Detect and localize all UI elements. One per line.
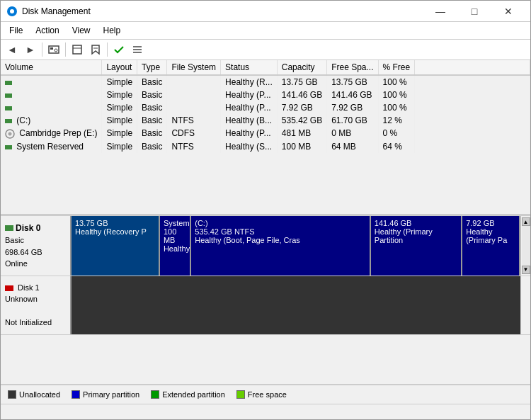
table-row[interactable]: Cambridge Prep (E:) Simple Basic CDFS He… bbox=[1, 127, 530, 140]
title-controls: — □ ✕ bbox=[424, 1, 525, 22]
scroll-up-btn[interactable]: ▲ bbox=[522, 217, 530, 226]
disk1-label: Disk 1 Unknown Not Initialized bbox=[1, 276, 72, 334]
col-pctfree[interactable]: % Free bbox=[378, 60, 415, 75]
volume-table: Volume Layout Type File System Status Ca… bbox=[1, 60, 530, 153]
disk0-label: Disk 0 Basic 698.64 GB Online bbox=[1, 216, 72, 276]
menu-view[interactable]: View bbox=[67, 23, 96, 38]
disk0-primary2-partition[interactable]: 7.92 GB Healthy (Primary Pa bbox=[462, 216, 520, 276]
col-capacity[interactable]: Capacity bbox=[277, 60, 326, 75]
disk0-c-partition[interactable]: (C:) 535.42 GB NTFS Healthy (Boot, Page … bbox=[191, 216, 371, 276]
cell-capacity: 481 MB bbox=[277, 127, 326, 140]
partition-header: System bbox=[164, 219, 186, 227]
disk0-size: 698.64 GB bbox=[5, 246, 66, 259]
svg-rect-5 bbox=[73, 45, 81, 54]
toolbar-btn5[interactable] bbox=[87, 41, 104, 58]
cell-filesystem: NTFS bbox=[167, 140, 221, 153]
disk1-title: Disk 1 bbox=[18, 283, 40, 292]
cell-pct: 64 % bbox=[378, 140, 415, 153]
menu-file[interactable]: File bbox=[4, 23, 28, 38]
cell-type: Basic bbox=[137, 89, 167, 101]
col-extra[interactable] bbox=[415, 60, 530, 75]
toolbar-btn4[interactable] bbox=[69, 41, 86, 58]
maximize-button[interactable]: □ bbox=[458, 1, 491, 22]
legend-label-unallocated: Unallocated bbox=[19, 390, 60, 399]
cell-layout: Simple bbox=[102, 89, 137, 101]
disk1-icon bbox=[5, 285, 13, 291]
disk1-row: Disk 1 Unknown Not Initialized bbox=[1, 276, 530, 335]
scroll-track bbox=[522, 226, 530, 266]
partition-size: 7.92 GB bbox=[466, 219, 515, 227]
cell-layout: Simple bbox=[102, 75, 137, 89]
toolbar-btn3[interactable] bbox=[45, 41, 62, 58]
minimize-button[interactable]: — bbox=[424, 1, 457, 22]
col-layout[interactable]: Layout bbox=[102, 60, 137, 75]
cell-type: Basic bbox=[137, 101, 167, 114]
toolbar-forward[interactable]: ► bbox=[22, 41, 39, 58]
col-filesystem[interactable]: File System bbox=[167, 60, 221, 75]
cell-filesystem: NTFS bbox=[167, 114, 221, 127]
app-icon bbox=[6, 6, 18, 17]
partition-size: 100 MB bbox=[164, 227, 186, 244]
disk0-recovery-partition[interactable]: 13.75 GB Healthy (Recovery P bbox=[72, 216, 160, 276]
table-row[interactable]: System Reserved Simple Basic NTFS Health… bbox=[1, 140, 530, 153]
scroll-down-btn[interactable]: ▼ bbox=[522, 266, 530, 274]
table-row[interactable]: Simple Basic Healthy (R... 13.75 GB 13.7… bbox=[1, 75, 530, 89]
table-row[interactable]: Simple Basic Healthy (P... 141.46 GB 141… bbox=[1, 89, 530, 101]
col-freespace[interactable]: Free Spa... bbox=[327, 60, 378, 75]
cell-free: 64 MB bbox=[327, 140, 378, 153]
disk0-row: Disk 0 Basic 698.64 GB Online 13.75 GB H… bbox=[1, 216, 530, 276]
cell-filesystem bbox=[167, 89, 221, 101]
col-volume[interactable]: Volume bbox=[1, 60, 102, 75]
list-toolbar-icon bbox=[132, 44, 143, 55]
disk1-name: Disk 1 bbox=[5, 282, 66, 294]
disk0-partitions: 13.75 GB Healthy (Recovery P System 100 … bbox=[72, 216, 520, 276]
table-row[interactable]: Simple Basic Healthy (P... 7.92 GB 7.92 … bbox=[1, 101, 530, 114]
svg-point-14 bbox=[9, 133, 11, 135]
volume-table-panel: Volume Layout Type File System Status Ca… bbox=[1, 60, 530, 216]
toolbar-back[interactable]: ◄ bbox=[4, 41, 21, 58]
cell-extra bbox=[415, 101, 530, 114]
menu-action[interactable]: Action bbox=[30, 23, 64, 38]
disk0-system-partition[interactable]: System 100 MB Healthy bbox=[160, 216, 191, 276]
toolbar-btn6[interactable] bbox=[110, 41, 127, 58]
cell-volume bbox=[1, 89, 102, 101]
cd-icon bbox=[5, 129, 15, 139]
disk0-icon bbox=[5, 225, 13, 231]
partition-size: 141.46 GB bbox=[375, 219, 457, 227]
menu-help[interactable]: Help bbox=[98, 23, 127, 38]
table-row[interactable]: (C:) Simple Basic NTFS Healthy (B... 535… bbox=[1, 114, 530, 127]
cell-layout: Simple bbox=[102, 140, 137, 153]
disk-panel: Disk 0 Basic 698.64 GB Online 13.75 GB H… bbox=[1, 216, 530, 404]
disk1-status: Not Initialized bbox=[5, 317, 66, 329]
partition-size: 13.75 GB bbox=[75, 219, 155, 227]
check-toolbar-icon bbox=[113, 44, 125, 55]
cell-capacity: 141.46 GB bbox=[277, 89, 326, 101]
toolbar-sep1 bbox=[42, 42, 42, 57]
disk1-scrollbar bbox=[520, 276, 530, 334]
disk0-primary1-partition[interactable]: 141.46 GB Healthy (Primary Partition bbox=[371, 216, 462, 276]
disk1-partitions bbox=[72, 276, 520, 334]
disk0-type: Basic bbox=[5, 234, 66, 246]
volume-icon bbox=[5, 106, 12, 110]
volume-icon bbox=[5, 93, 12, 98]
title-bar-left: Disk Management bbox=[6, 6, 91, 17]
cell-extra bbox=[415, 127, 530, 140]
legend-box-extended bbox=[151, 390, 159, 399]
cell-status: Healthy (P... bbox=[221, 127, 278, 140]
legend-label-freespace: Free space bbox=[248, 390, 287, 399]
toolbar-btn7[interactable] bbox=[129, 41, 146, 58]
disk0-title: Disk 0 bbox=[16, 222, 40, 234]
partition-label: Healthy (Boot, Page File, Cras bbox=[195, 236, 366, 244]
refresh-toolbar-icon bbox=[72, 44, 83, 55]
cell-capacity: 7.92 GB bbox=[277, 101, 326, 114]
cell-status: Healthy (P... bbox=[221, 89, 278, 101]
legend-extended: Extended partition bbox=[151, 390, 225, 399]
partition-header: (C:) bbox=[195, 219, 366, 227]
col-type[interactable]: Type bbox=[137, 60, 167, 75]
close-button[interactable]: ✕ bbox=[492, 1, 525, 22]
cell-type: Basic bbox=[137, 75, 167, 89]
col-status[interactable]: Status bbox=[221, 60, 278, 75]
disk0-scrollbar[interactable]: ▲ ▼ bbox=[520, 216, 530, 276]
cell-type: Basic bbox=[137, 140, 167, 153]
disk0-name: Disk 0 bbox=[5, 222, 66, 234]
